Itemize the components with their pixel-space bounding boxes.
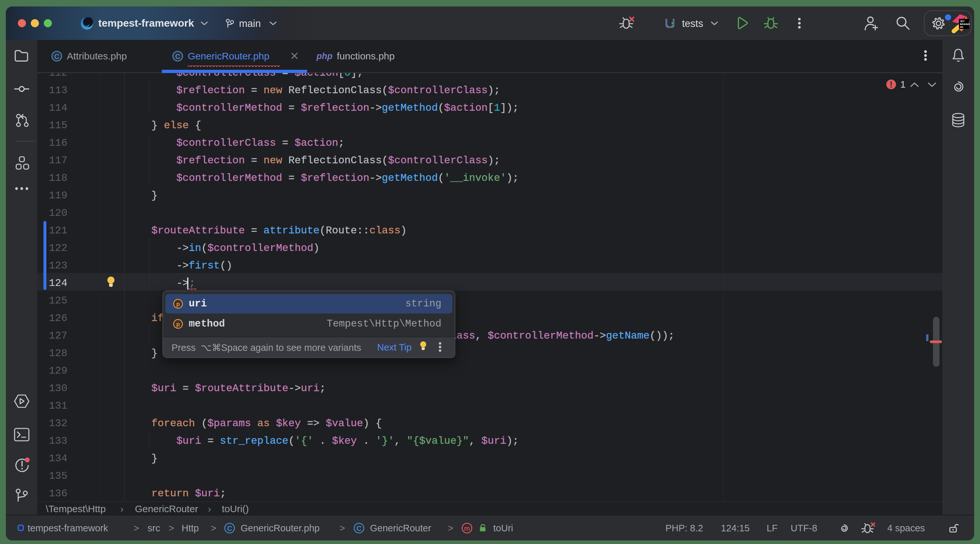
svg-text:p: p	[176, 301, 180, 308]
svg-text:C: C	[227, 525, 232, 532]
svg-text:C: C	[175, 53, 180, 60]
svg-text:p: p	[176, 321, 180, 328]
svg-text:BRAINS: BRAINS	[960, 23, 970, 26]
svg-text:m: m	[464, 525, 470, 532]
svg-text:JET: JET	[960, 20, 965, 23]
svg-text:C: C	[356, 525, 361, 532]
svg-text:C: C	[54, 53, 59, 60]
